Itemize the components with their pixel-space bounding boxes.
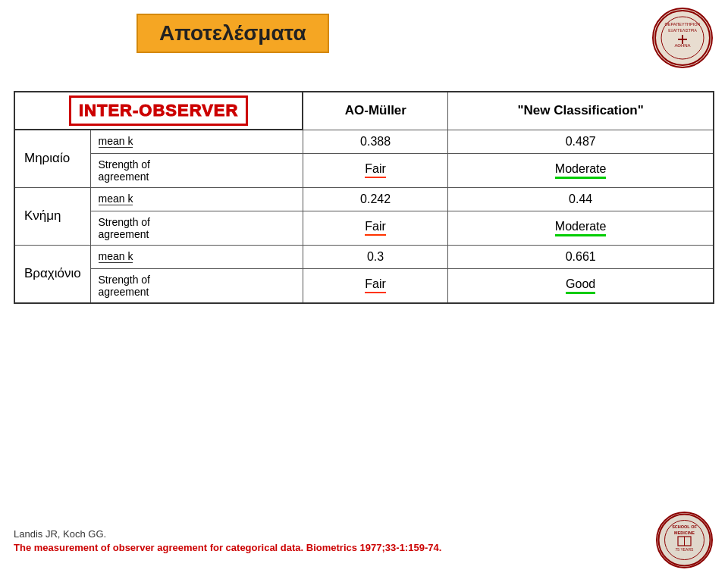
section-label-2: Κνήμη xyxy=(14,187,90,245)
strength-val2-1-text: Moderate xyxy=(555,162,607,179)
strength-label-3: Strength ofagreement xyxy=(90,268,303,303)
section-label-3: Βραχιόνιο xyxy=(14,245,90,303)
mean-k-val1-1: 0.388 xyxy=(303,130,447,153)
data-table: INTER-OBSERVER AO-Müller "New Classifica… xyxy=(14,91,714,304)
inter-observer-cell: INTER-OBSERVER xyxy=(14,92,303,130)
table-header-row: INTER-OBSERVER AO-Müller "New Classifica… xyxy=(14,92,714,130)
footer: Landis JR, Koch GG. The measurement of o… xyxy=(14,528,441,553)
table-row: Strength ofagreement Fair Good xyxy=(14,268,714,303)
citation-line1: Landis JR, Koch GG. xyxy=(14,528,441,540)
mean-k-text-1: mean k xyxy=(99,135,133,148)
mean-k-label-3: mean k xyxy=(90,245,303,268)
strength-val2-1: Moderate xyxy=(448,153,714,187)
page-title: Αποτελέσματα xyxy=(136,14,329,53)
mean-k-text-2: mean k xyxy=(99,193,133,205)
citation-line2: The measurement of observer agreement fo… xyxy=(14,542,441,553)
strength-val2-3-text: Good xyxy=(566,277,595,294)
col1-header: AO-Müller xyxy=(303,92,447,130)
strength-val1-1: Fair xyxy=(303,153,447,187)
mean-k-label-1: mean k xyxy=(90,130,303,153)
mean-k-val1-3: 0.3 xyxy=(303,245,447,268)
strength-val1-1-text: Fair xyxy=(365,162,386,178)
svg-text:ΘΕΡΑΠΕΥΤΗΡΙΟΝ: ΘΕΡΑΠΕΥΤΗΡΙΟΝ xyxy=(665,22,701,27)
strength-val2-2: Moderate xyxy=(448,211,714,245)
table-row: Κνήμη mean k 0.242 0.44 xyxy=(14,187,714,211)
strength-val1-3: Fair xyxy=(303,268,447,303)
table-row: Βραχιόνιο mean k 0.3 0.661 xyxy=(14,245,714,268)
mean-k-label-2: mean k xyxy=(90,187,303,211)
strength-val2-2-text: Moderate xyxy=(555,220,607,236)
strength-label-1: Strength ofagreement xyxy=(90,153,303,187)
col2-header: "New Classification" xyxy=(448,92,714,130)
section-label-1: Μηριαίο xyxy=(14,130,90,187)
mean-k-val2-2: 0.44 xyxy=(448,187,714,211)
svg-text:ΕΞΑΓΓΕΛΙΣΤΡΙΑ: ΕΞΑΓΓΕΛΙΣΤΡΙΑ xyxy=(668,28,697,33)
strength-val1-3-text: Fair xyxy=(365,277,386,293)
bottom-right-logo: SCHOOL OF MEDICINE 75 YEARS xyxy=(656,512,713,568)
svg-text:SCHOOL OF: SCHOOL OF xyxy=(672,524,697,529)
table-row: Strength ofagreement Fair Moderate xyxy=(14,211,714,245)
inter-observer-label: INTER-OBSERVER xyxy=(69,95,248,126)
mean-k-val1-2: 0.242 xyxy=(303,187,447,211)
strength-label-2: Strength ofagreement xyxy=(90,211,303,245)
mean-k-val2-3: 0.661 xyxy=(448,245,714,268)
table-row: Strength ofagreement Fair Moderate xyxy=(14,153,714,187)
top-right-logo: ΘΕΡΑΠΕΥΤΗΡΙΟΝ ΕΞΑΓΓΕΛΙΣΤΡΙΑ ΑΘΗΝΑ xyxy=(652,8,713,68)
svg-text:75 YEARS: 75 YEARS xyxy=(676,547,694,552)
mean-k-text-3: mean k xyxy=(99,250,133,263)
table-row: Μηριαίο mean k 0.388 0.487 xyxy=(14,130,714,153)
strength-val2-3: Good xyxy=(448,268,714,303)
svg-text:MEDICINE: MEDICINE xyxy=(674,531,695,535)
strength-val1-2-text: Fair xyxy=(365,220,386,236)
main-table-container: INTER-OBSERVER AO-Müller "New Classifica… xyxy=(14,91,714,304)
strength-val1-2: Fair xyxy=(303,211,447,245)
mean-k-val2-1: 0.487 xyxy=(448,130,714,153)
